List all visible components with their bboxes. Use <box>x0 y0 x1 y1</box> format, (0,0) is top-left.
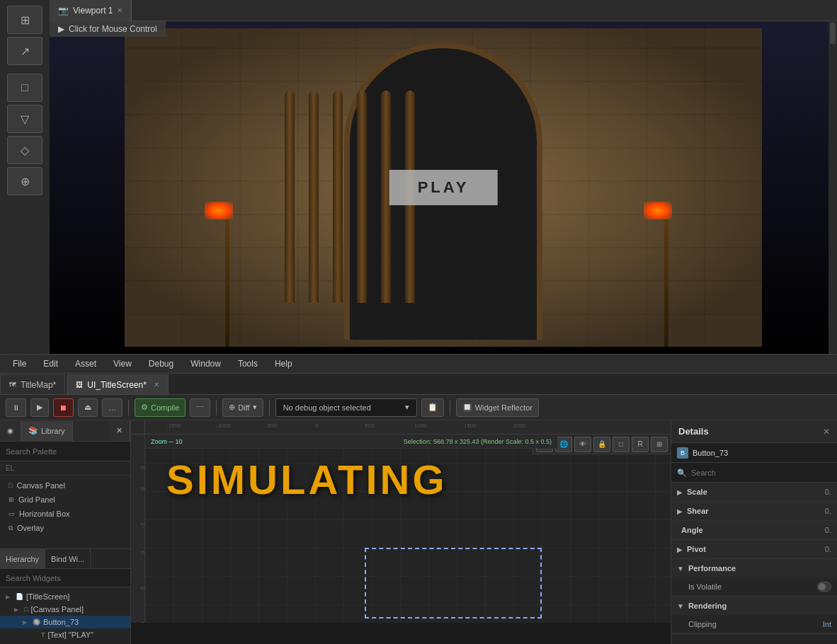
menu-help[interactable]: Help <box>268 356 300 372</box>
tab-close-btn[interactable]: ✕ <box>154 381 159 389</box>
toolbar-btn-2[interactable]: ↗ <box>7 37 42 65</box>
canvas-r-btn[interactable]: R <box>632 437 649 452</box>
section-angle-header[interactable]: Angle 0. <box>671 521 837 539</box>
menu-tools[interactable]: Tools <box>231 356 265 372</box>
widget-horizontal-box[interactable]: ▭ Horizontal Box <box>0 507 130 521</box>
search-palette-input[interactable] <box>0 442 130 461</box>
hier-eye-btn-2[interactable]: 👁 <box>118 631 125 638</box>
canvas-grid-btn[interactable]: ⊞ <box>651 437 668 452</box>
hier-titlescreen[interactable]: ▶ 📄 [TitleScreen] <box>0 590 130 603</box>
compile-btn[interactable]: ⚙ Compile <box>135 398 186 417</box>
hierarchy-tab[interactable]: Hierarchy <box>0 549 45 569</box>
widget-grid-panel[interactable]: ⊞ Grid Panel <box>0 493 130 507</box>
menu-file[interactable]: File <box>6 356 33 372</box>
eject-btn[interactable]: ⏏ <box>78 398 98 417</box>
toolbar-btn-3[interactable]: □ <box>7 74 42 102</box>
menu-asset[interactable]: Asset <box>68 356 103 372</box>
viewport-main: 📷 Viewport 1 ✕ <box>50 0 837 354</box>
bind-widgets-tab[interactable]: Bind Wi... <box>45 549 91 569</box>
details-search-input[interactable] <box>671 463 837 483</box>
section-shear-header[interactable]: ▶ Shear 0. <box>671 502 837 520</box>
menu-window[interactable]: Window <box>183 356 228 372</box>
toolbar-btn-6[interactable]: ⊕ <box>7 167 42 195</box>
toolbar-strip: ⏸ ▶ ⏹ ⏏ … ⚙ Compile ⋯ ⊕ Diff ▾ No debug … <box>0 395 837 420</box>
hierarchy-search-input[interactable] <box>0 569 130 587</box>
hierarchy-tree: ▶ 📄 [TitleScreen] ▶ □ [Canvas Panel] ▶ 🔘… <box>0 587 130 644</box>
castle-scene: PLAY <box>125 28 762 347</box>
palette-tab-library[interactable]: 📚 Library <box>21 421 73 441</box>
tab-ui-titlescreen[interactable]: 🖼 UI_TitleScreen* ✕ <box>67 374 169 394</box>
menu-edit[interactable]: Edit <box>36 356 65 372</box>
palette-tab-search[interactable]: ◉ <box>0 421 21 441</box>
palette-close-btn[interactable]: ✕ <box>109 421 130 441</box>
mouse-control-bar[interactable]: ▶ Click for Mouse Control <box>50 21 166 37</box>
side-num-1: -5 <box>140 466 146 471</box>
menu-debug[interactable]: Debug <box>142 356 181 372</box>
step-btn[interactable]: ▶ <box>30 398 49 417</box>
debug-dropdown[interactable]: No debug object selected ▾ <box>275 398 417 417</box>
canvas-globe-btn[interactable]: 🌐 <box>555 437 572 452</box>
angle-label: Angle <box>681 526 821 534</box>
performance-label: Performance <box>688 564 831 573</box>
hier-canvas-panel[interactable]: ▶ □ [Canvas Panel] <box>0 603 130 616</box>
zoom-info: Zoom ─ 10 <box>151 438 182 445</box>
canvas-square-btn[interactable]: □ <box>613 437 630 452</box>
toolbar-sep-1 <box>128 400 129 415</box>
tab-bar: 🗺 TitleMap* 🖼 UI_TitleScreen* ✕ <box>0 374 837 395</box>
options-btn[interactable]: … <box>102 398 123 417</box>
overlay-label: Overlay <box>17 524 44 532</box>
section-rendering-header[interactable]: ▼ Rendering <box>671 597 837 615</box>
viewport-tab-label: Viewport 1 <box>73 6 113 16</box>
button73-label: Button_73 <box>43 618 79 626</box>
hier-lock-btn[interactable]: 🔒 <box>108 619 116 626</box>
section-scale-header[interactable]: ▶ Scale 0. <box>671 483 837 501</box>
widget-list: □ Canvas Panel ⊞ Grid Panel ▭ Horizontal… <box>0 476 130 548</box>
pause-btn[interactable]: ⏸ <box>6 398 26 417</box>
viewport-tab[interactable]: 📷 Viewport 1 ✕ <box>50 0 132 21</box>
compile-options-btn[interactable]: ⋯ <box>190 398 210 417</box>
scale-value: 0. <box>825 488 831 496</box>
section-pivot-header[interactable]: ▶ Pivot 0. <box>671 540 837 558</box>
viewport-close-btn[interactable]: ✕ <box>117 6 123 14</box>
canvas-info-bar: Zoom ─ 10 Selection: 568.78 x 325.43 (Re… <box>145 435 557 449</box>
canvas-eye-btn[interactable]: 👁 <box>574 437 591 452</box>
hier-play-text[interactable]: T [Text] "PLAY" 🔒 👁 <box>0 628 130 641</box>
play-button[interactable]: PLAY <box>389 170 498 205</box>
stop-btn[interactable]: ⏹ <box>53 398 74 417</box>
diff-btn[interactable]: ⊕ Diff ▾ <box>222 398 263 417</box>
canvas-main: -1500 -1000 -500 0 500 1000 1500 2000 -5… <box>131 420 671 623</box>
viewport-scroll[interactable] <box>829 21 837 354</box>
widget-category-el: EL <box>0 461 130 476</box>
details-title: Details <box>678 426 709 437</box>
widget-canvas-panel[interactable]: □ Canvas Panel <box>0 478 130 493</box>
torch-stand-left <box>225 219 229 347</box>
canvas-lock-btn[interactable]: 🔒 <box>593 437 610 452</box>
reflector-label: Widget Reflector <box>475 403 533 412</box>
is-volatile-toggle[interactable] <box>817 582 831 592</box>
section-performance: ▼ Performance Is Volatile <box>671 559 837 597</box>
widget-reflector-btn[interactable]: 🔲 Widget Reflector <box>456 398 539 417</box>
object-name-label: Button_73 <box>693 449 831 457</box>
scale-arrow: ▶ <box>677 488 683 496</box>
toolbar-btn-5[interactable]: ◇ <box>7 136 42 164</box>
category-label-el: EL <box>6 464 14 472</box>
hier-button73[interactable]: ▶ 🔘 Button_73 🔒 👁 <box>0 616 130 628</box>
ruler-num-8: 2000 <box>513 422 526 429</box>
diff-label: Diff <box>238 403 249 412</box>
canvas-panel-tree-label: [Canvas Panel] <box>30 605 84 614</box>
hier-lock-btn-2[interactable]: 🔒 <box>108 631 116 638</box>
hier-eye-btn[interactable]: 👁 <box>118 619 125 626</box>
viewport-bg[interactable]: PLAY <box>50 21 837 354</box>
tab-titlemap[interactable]: 🗺 TitleMap* <box>0 374 65 394</box>
section-rendering: ▼ Rendering Clipping Int <box>671 597 837 634</box>
toolbar-btn-1[interactable]: ⊞ <box>7 6 42 34</box>
toolbar-btn-4[interactable]: ▽ <box>7 105 42 133</box>
widget-overlay[interactable]: ⧉ Overlay <box>0 521 130 535</box>
section-performance-header[interactable]: ▼ Performance <box>671 559 837 577</box>
canvas-top-ruler: -1500 -1000 -500 0 500 1000 1500 2000 <box>145 420 671 435</box>
titlemap-icon: 🗺 <box>9 381 16 389</box>
details-close-btn[interactable]: ✕ <box>823 427 830 437</box>
debug-icon-btn[interactable]: 📋 <box>421 398 444 417</box>
canvas-content[interactable]: SIMULATING <box>145 435 671 623</box>
menu-view[interactable]: View <box>106 356 139 372</box>
